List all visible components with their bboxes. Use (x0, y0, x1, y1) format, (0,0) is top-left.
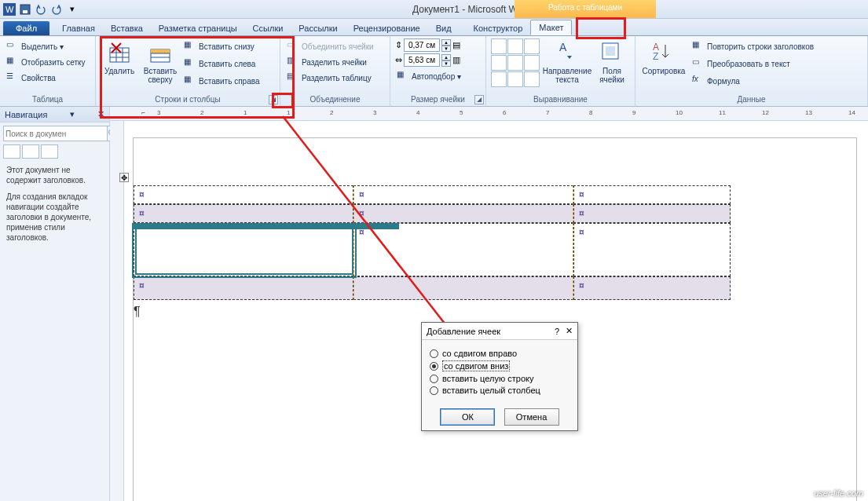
tab-home[interactable]: Главная (54, 21, 103, 35)
dialog-title: Добавление ячеек (427, 327, 500, 336)
tab-table-layout[interactable]: Макет (530, 20, 572, 35)
delete-button[interactable]: Удалить (101, 38, 138, 93)
table-cell[interactable]: ¤ (573, 204, 731, 223)
table-cell[interactable]: ¤ (353, 204, 573, 223)
properties-button[interactable]: ☰Свойства (5, 70, 90, 86)
svg-text:Z: Z (653, 51, 658, 62)
radio-insert-row[interactable]: вставить целую строку (430, 374, 570, 383)
align-bc[interactable] (507, 71, 523, 87)
horizontal-ruler[interactable]: ⌐ 321123456789101112131415 (110, 107, 868, 121)
table-tools-label: Работа с таблицами (515, 0, 656, 18)
insert-cells-dialog: Добавление ячеек ? ✕ со сдвигом вправо с… (421, 322, 578, 431)
tab-view[interactable]: Вид (428, 21, 460, 35)
work-area: Навигация ▾ ✕ 🔍 Этот документ не содержи… (0, 107, 868, 501)
col-width-input[interactable] (404, 53, 440, 67)
table-row: ¤ ¤ (134, 276, 731, 300)
table-cell[interactable]: ¤ (573, 276, 731, 300)
nav-close-icon[interactable]: ✕ (97, 109, 104, 119)
to-text-button[interactable]: ▭Преобразовать в текст (690, 56, 815, 71)
table-cell[interactable] (353, 276, 573, 300)
distribute-rows-icon[interactable]: ▤ (452, 40, 460, 50)
align-mr[interactable] (524, 55, 540, 71)
group-label-size: Размер ячейки (395, 93, 481, 105)
document-title: Документ1 - Microsoft Word (79, 4, 865, 15)
rowscols-launcher[interactable]: ◢ (269, 95, 278, 104)
nav-view-pages[interactable] (22, 144, 39, 159)
row-height-input[interactable] (404, 38, 440, 52)
radio-shift-right[interactable]: со сдвигом вправо (430, 349, 570, 358)
save-icon[interactable] (19, 3, 31, 16)
nav-search-input[interactable] (3, 126, 108, 141)
align-tc[interactable] (507, 38, 523, 54)
document-table[interactable]: ✥ ¤ ¤ ¤ ¤ ¤ ¤ ¤ ¤ ¤ ¤ ¶ (134, 185, 731, 319)
size-launcher[interactable]: ◢ (474, 95, 484, 104)
table-cell[interactable]: ¤ (573, 223, 731, 276)
align-br[interactable] (524, 71, 540, 87)
insert-left-button[interactable]: ▦Вставить слева (182, 56, 261, 71)
group-table: ▭Выделить ▾ ▦Отобразить сетку ☰Свойства … (0, 36, 96, 106)
nav-view-headings[interactable] (3, 144, 20, 159)
radio-insert-col[interactable]: вставить целый столбец (430, 386, 570, 395)
table-move-handle[interactable]: ✥ (119, 173, 129, 182)
radio-icon (430, 349, 438, 358)
table-cell[interactable]: ¤ (353, 185, 573, 204)
navigation-pane: Навигация ▾ ✕ 🔍 Этот документ не содержи… (0, 107, 110, 501)
dialog-titlebar[interactable]: Добавление ячеек ? ✕ (422, 323, 577, 340)
table-cell[interactable]: ¤ (134, 204, 353, 223)
dialog-help-icon[interactable]: ? (555, 327, 559, 336)
tab-review[interactable]: Рецензирование (346, 21, 428, 35)
redo-icon[interactable] (50, 3, 63, 16)
gridlines-button[interactable]: ▦Отобразить сетку (5, 54, 90, 70)
col-width-control[interactable]: ⇔ ▲▼ ▥ (395, 53, 481, 67)
align-mc[interactable] (507, 55, 523, 71)
radio-shift-down[interactable]: со сдвигом вниз (430, 360, 570, 371)
distribute-cols-icon[interactable]: ▥ (452, 55, 460, 65)
autofit-button[interactable]: ▦Автоподбор ▾ (395, 68, 481, 84)
props-icon: ☰ (6, 71, 19, 84)
quick-access-toolbar: W ▾ (3, 3, 79, 16)
cell-margins-button[interactable]: Поля ячейки (595, 38, 629, 93)
table-row: ¤ ¤ ¤ (134, 204, 731, 223)
qat-dropdown-icon[interactable]: ▾ (66, 3, 79, 16)
formula-button[interactable]: fxФормула (690, 73, 815, 89)
sort-button[interactable]: AZ Сортировка (640, 38, 687, 93)
width-up[interactable]: ▲ (441, 54, 451, 60)
align-bl[interactable] (491, 71, 507, 87)
word-icon: W (3, 3, 16, 16)
tab-references[interactable]: Ссылки (245, 21, 291, 35)
merge-icon: ▭ (287, 40, 299, 53)
table-cell[interactable]: ¤ (573, 185, 731, 204)
dialog-close-icon[interactable]: ✕ (566, 326, 573, 336)
split-table-button[interactable]: ▤Разделить таблицу (285, 70, 385, 86)
tab-insert[interactable]: Вставка (103, 21, 151, 35)
align-ml[interactable] (491, 55, 507, 71)
align-tl[interactable] (491, 38, 507, 54)
tab-page-layout[interactable]: Разметка страницы (151, 21, 245, 35)
text-direction-button[interactable]: A Направление текста (543, 38, 591, 93)
height-up[interactable]: ▲ (441, 39, 451, 46)
ok-button[interactable]: ОК (440, 408, 495, 426)
table-cell[interactable]: ¤ (134, 185, 353, 204)
select-button[interactable]: ▭Выделить ▾ (5, 38, 90, 54)
nav-view-results[interactable] (41, 144, 58, 159)
insert-above-button[interactable]: Вставить сверху (141, 38, 179, 93)
split-table-icon: ▤ (287, 71, 299, 84)
tab-table-design[interactable]: Конструктор (466, 21, 531, 35)
nav-dropdown-icon[interactable]: ▾ (70, 109, 75, 119)
height-down[interactable]: ▼ (441, 46, 451, 52)
tab-file[interactable]: Файл (3, 21, 49, 35)
table-cell[interactable]: ¤ (353, 223, 573, 276)
split-cells-button[interactable]: ▥Разделить ячейки (285, 54, 385, 70)
tab-mailings[interactable]: Рассылки (291, 21, 345, 35)
align-tr[interactable] (524, 38, 540, 54)
merge-cells-button[interactable]: ▭Объединить ячейки (285, 38, 385, 54)
insert-right-button[interactable]: ▦Вставить справа (182, 73, 261, 89)
width-down[interactable]: ▼ (441, 60, 451, 67)
undo-icon[interactable] (35, 3, 47, 16)
row-height-control[interactable]: ⇕ ▲▼ ▤ (395, 38, 481, 52)
table-cell[interactable]: ¤ (134, 276, 353, 300)
group-cell-size: ⇕ ▲▼ ▤ ⇔ ▲▼ ▥ ▦Автоподбор ▾ Размер ячейк… (390, 36, 486, 106)
insert-below-button[interactable]: ▦Вставить снизу (182, 38, 261, 54)
cancel-button[interactable]: Отмена (504, 408, 559, 426)
repeat-headers-button[interactable]: ▦Повторить строки заголовков (690, 38, 815, 54)
